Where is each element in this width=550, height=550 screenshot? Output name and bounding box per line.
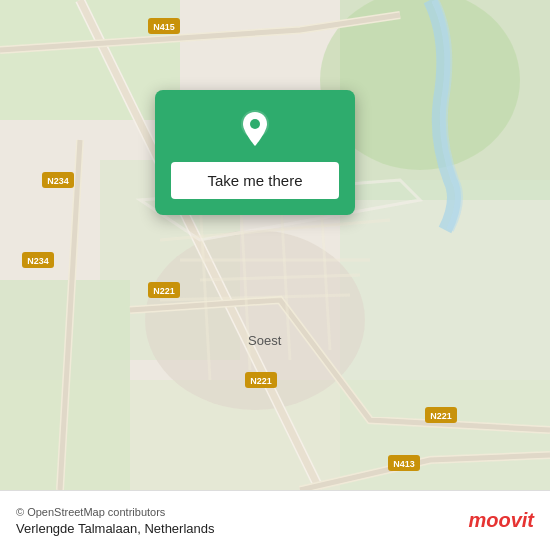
svg-text:N221: N221 (250, 376, 272, 386)
svg-text:N234: N234 (47, 176, 69, 186)
copyright-text: © OpenStreetMap contributors (16, 506, 215, 518)
svg-text:N221: N221 (430, 411, 452, 421)
bottom-bar: © OpenStreetMap contributors Verlengde T… (0, 490, 550, 550)
location-label: Verlengde Talmalaan, Netherlands (16, 521, 215, 536)
svg-text:N234: N234 (27, 256, 49, 266)
location-pin-icon (233, 108, 277, 152)
map-view[interactable]: Soest N415 N234 N234 N221 N221 N221 N413 (0, 0, 550, 490)
svg-point-25 (250, 119, 260, 129)
take-me-there-button[interactable]: Take me there (171, 162, 339, 199)
svg-text:N221: N221 (153, 286, 175, 296)
svg-text:N413: N413 (393, 459, 415, 469)
svg-text:Soest: Soest (248, 333, 282, 348)
svg-text:N415: N415 (153, 22, 175, 32)
location-popup: Take me there (155, 90, 355, 215)
moovit-logo-text: moovit (468, 509, 534, 532)
moovit-logo: moovit (468, 509, 534, 532)
